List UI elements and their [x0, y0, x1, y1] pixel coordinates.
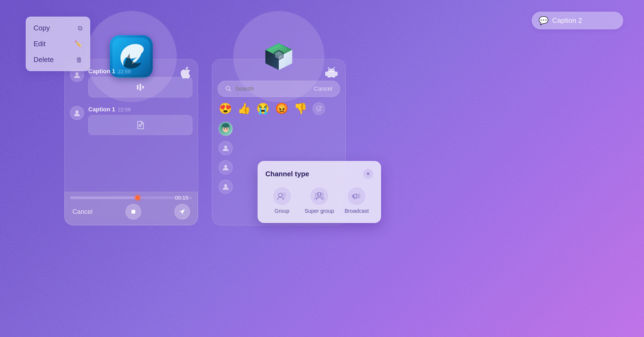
search-bar: Cancel — [218, 81, 340, 97]
svg-rect-17 — [328, 69, 335, 72]
copy-label: Copy — [34, 24, 50, 32]
document-icon — [136, 120, 145, 130]
android-icon — [325, 67, 338, 80]
delete-label: Delete — [34, 56, 54, 64]
modal-close-button[interactable]: × — [363, 169, 373, 179]
message-header-1: Caption 1 22:59 — [88, 68, 192, 75]
group-option-label: Group — [275, 208, 290, 214]
svg-point-42 — [224, 165, 227, 168]
cancel-recording-button[interactable]: Cancel — [72, 208, 93, 215]
svg-point-38 — [226, 128, 228, 130]
user-avatar-placeholder-3 — [219, 160, 233, 174]
modal-header: Channel type × — [265, 169, 373, 179]
svg-point-18 — [329, 69, 330, 71]
reaction-angry[interactable]: 😡 — [275, 102, 288, 115]
progress-dot — [135, 195, 140, 200]
user-icon-2 — [222, 145, 229, 152]
message-sender-1: Caption 1 — [88, 68, 115, 75]
svg-rect-3 — [140, 84, 141, 91]
user-row-1[interactable] — [218, 119, 340, 138]
user-icon-3 — [222, 164, 229, 171]
svg-rect-4 — [142, 86, 144, 89]
stop-recording-button[interactable] — [126, 204, 141, 219]
svg-rect-2 — [137, 85, 138, 90]
context-menu: Copy ⧉ Edit ✏️ Delete 🗑 — [26, 17, 90, 71]
stop-icon — [130, 209, 136, 215]
svg-line-21 — [333, 67, 335, 69]
search-cancel-button[interactable]: Cancel — [314, 85, 332, 92]
svg-point-43 — [224, 184, 227, 187]
supergroup-option-label: Super group — [305, 208, 334, 214]
left-panel-ios: Caption 1 22:59 — [64, 59, 198, 225]
send-recording-button[interactable] — [174, 204, 190, 219]
reaction-love[interactable]: 😍 — [219, 102, 232, 115]
recording-actions: Cancel — [70, 203, 192, 221]
message-sender-2: Caption 1 — [88, 106, 115, 113]
reaction-thumbsup[interactable]: 👍 — [237, 102, 251, 115]
message-content-2: Caption 1 22:59 — [88, 106, 192, 135]
message-header-2: Caption 1 22:59 — [88, 106, 192, 113]
reaction-cry[interactable]: 😭 — [256, 102, 270, 115]
message-content-1: Caption 1 22:59 — [88, 68, 192, 97]
svg-point-1 — [75, 72, 79, 75]
svg-rect-22 — [325, 72, 327, 76]
svg-point-19 — [332, 69, 334, 71]
channel-type-options: Group Super group — [265, 188, 373, 214]
svg-point-40 — [227, 128, 228, 129]
recording-time: 00:15 — [175, 195, 188, 201]
svg-point-28 — [316, 106, 321, 111]
message-time-2: 22:59 — [118, 107, 131, 113]
svg-rect-24 — [328, 76, 330, 78]
svg-rect-16 — [327, 71, 336, 77]
modal-title: Channel type — [265, 170, 309, 178]
option-broadcast[interactable]: Broadcast — [340, 188, 373, 214]
supergroup-icon — [314, 192, 324, 201]
svg-line-20 — [328, 67, 330, 69]
send-icon — [179, 208, 185, 215]
group-icon — [277, 192, 287, 200]
context-menu-delete[interactable]: Delete 🗑 — [26, 52, 90, 68]
avatar-2 — [70, 106, 84, 120]
audio-message-bubble[interactable] — [88, 77, 192, 97]
caption-bubble-icon: 💬 — [539, 16, 548, 25]
svg-rect-23 — [336, 72, 338, 76]
broadcast-option-icon — [348, 188, 365, 205]
progress-fill — [70, 196, 137, 199]
message-time-1: 22:59 — [118, 69, 131, 75]
user-icon-4 — [222, 183, 229, 190]
svg-rect-9 — [131, 210, 135, 214]
caption-pill-label: Caption 2 — [552, 16, 582, 25]
broadcast-option-label: Broadcast — [345, 208, 369, 214]
group-option-icon — [273, 188, 291, 205]
search-icon — [225, 86, 231, 92]
user-avatar-photo-1 — [219, 122, 233, 136]
document-message-bubble[interactable] — [88, 115, 192, 135]
delete-icon: 🗑 — [76, 56, 82, 64]
context-menu-copy[interactable]: Copy ⧉ — [26, 20, 90, 36]
reactions-row: 😍 👍 😭 😡 👎 — [212, 97, 345, 115]
edit-icon: ✏️ — [74, 40, 82, 48]
progress-track: 00:15 — [70, 196, 192, 199]
svg-point-29 — [318, 108, 318, 108]
user-avatar-placeholder-2 — [219, 141, 233, 155]
svg-point-45 — [283, 193, 286, 196]
add-reaction-icon — [316, 106, 321, 111]
search-input[interactable] — [235, 85, 310, 92]
caption-pill[interactable]: 💬 Caption 2 — [532, 12, 623, 29]
broadcast-icon — [352, 191, 361, 201]
svg-point-48 — [320, 193, 323, 196]
reaction-thumbsdown[interactable]: 👎 — [294, 102, 307, 115]
svg-point-37 — [224, 128, 225, 130]
add-reaction-button[interactable] — [313, 102, 325, 115]
svg-point-41 — [224, 146, 227, 149]
context-menu-edit[interactable]: Edit ✏️ — [26, 36, 90, 52]
edit-label: Edit — [34, 40, 46, 48]
supergroup-option-icon — [311, 188, 328, 205]
user-row-2[interactable] — [218, 138, 340, 158]
apple-icon — [181, 67, 190, 81]
android-robot-icon — [325, 67, 338, 78]
user-avatar-placeholder-4 — [219, 180, 233, 194]
left-panel-content: Caption 1 22:59 — [65, 59, 198, 225]
option-group[interactable]: Group — [265, 188, 298, 214]
option-supergroup[interactable]: Super group — [303, 188, 336, 214]
